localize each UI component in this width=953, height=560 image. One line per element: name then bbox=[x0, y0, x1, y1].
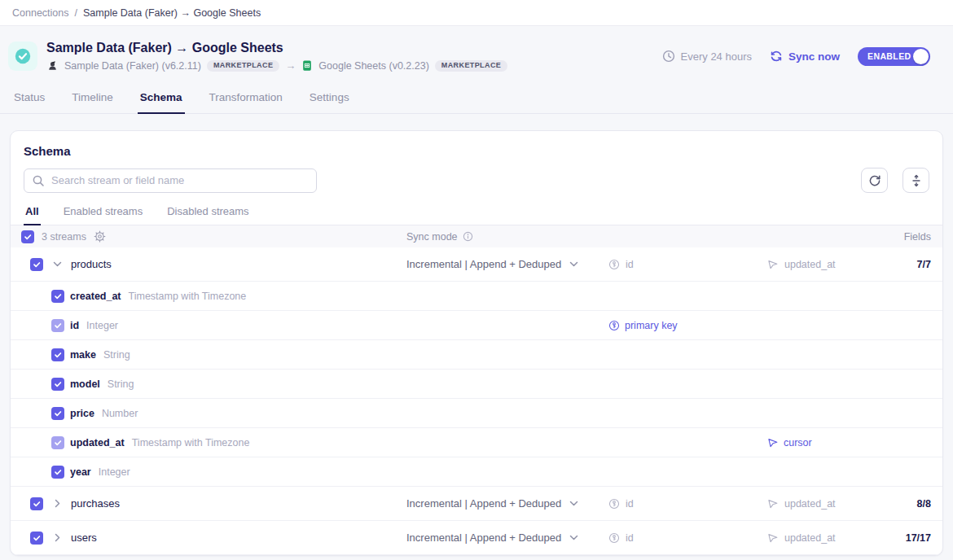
source-icon bbox=[46, 59, 59, 72]
expand-collapse-all-button[interactable] bbox=[902, 168, 929, 193]
cursor-icon bbox=[767, 437, 779, 448]
fields-count: 17/17 bbox=[898, 532, 931, 544]
schema-search bbox=[24, 168, 317, 193]
connection-title: Sample Data (Faker) → Google Sheets bbox=[46, 41, 507, 55]
stream-checkbox[interactable] bbox=[30, 258, 43, 271]
sync-mode-select[interactable]: Incremental | Append + Deduped bbox=[406, 258, 608, 270]
refresh-schema-button[interactable] bbox=[861, 168, 888, 193]
sync-mode-info-icon[interactable] bbox=[463, 231, 473, 242]
field-name: price bbox=[70, 408, 94, 419]
sync-mode-value: Incremental | Append + Deduped bbox=[406, 532, 561, 544]
source-to-destination-arrow: → bbox=[285, 59, 296, 72]
connection-titles: Sample Data (Faker) → Google Sheets Samp… bbox=[46, 41, 507, 72]
field-name: year bbox=[70, 466, 91, 478]
sync-now-label: Sync now bbox=[788, 50, 840, 63]
tab-schema[interactable]: Schema bbox=[138, 85, 185, 114]
streams-count: 3 streams bbox=[42, 231, 86, 243]
cursor-cell[interactable]: updated_at bbox=[767, 259, 898, 270]
cursor-value: updated_at bbox=[784, 532, 836, 544]
stream-checkbox[interactable] bbox=[30, 497, 43, 510]
chevron-down-icon bbox=[569, 535, 578, 540]
field-type: String bbox=[103, 349, 130, 361]
sync-mode-select[interactable]: Incremental | Append + Deduped bbox=[406, 532, 608, 544]
primary-key-tag-label: primary key bbox=[625, 320, 678, 331]
field-row-created_at: created_atTimestamp with Timezone bbox=[11, 282, 942, 311]
stream-name[interactable]: products bbox=[71, 258, 112, 270]
field-checkbox-disabled bbox=[51, 319, 64, 332]
key-icon bbox=[608, 259, 620, 270]
sync-arrows-icon bbox=[770, 50, 783, 63]
sync-now-button[interactable]: Sync now bbox=[770, 50, 840, 63]
field-name: make bbox=[70, 349, 96, 361]
fields-count: 7/7 bbox=[898, 259, 931, 270]
cursor-tag-label: cursor bbox=[784, 437, 812, 448]
cursor-tag: cursor bbox=[767, 437, 898, 448]
schema-search-input[interactable] bbox=[24, 168, 317, 193]
cursor-icon bbox=[767, 498, 779, 510]
cursor-icon bbox=[767, 532, 779, 544]
connection-tabs: Status Timeline Schema Transformation Se… bbox=[0, 85, 953, 114]
stream-row-products: products Incremental | Append + Deduped … bbox=[11, 247, 942, 282]
chevron-down-icon[interactable] bbox=[51, 261, 63, 267]
chevron-right-icon[interactable] bbox=[51, 499, 63, 508]
key-icon bbox=[608, 532, 620, 544]
select-all-streams-checkbox[interactable] bbox=[21, 230, 34, 243]
connection-enabled-toggle[interactable]: ENABLED bbox=[858, 47, 930, 66]
field-checkbox-disabled bbox=[51, 436, 64, 449]
key-icon bbox=[608, 498, 620, 510]
tab-timeline[interactable]: Timeline bbox=[69, 85, 116, 113]
stream-row-users: users Incremental | Append + Deduped id … bbox=[11, 521, 942, 555]
source-name: Sample Data (Faker) (v6.2.11) bbox=[64, 60, 201, 72]
connection-header: Sample Data (Faker) → Google Sheets Samp… bbox=[0, 26, 953, 72]
stream-name[interactable]: purchases bbox=[71, 497, 120, 510]
tab-settings[interactable]: Settings bbox=[307, 85, 352, 113]
breadcrumb-separator: / bbox=[75, 7, 77, 19]
field-checkbox[interactable] bbox=[51, 466, 64, 479]
fields-column-header: Fields bbox=[898, 231, 931, 243]
primary-key-cell[interactable]: id bbox=[608, 259, 767, 270]
field-row-model: modelString bbox=[11, 370, 942, 399]
stream-name[interactable]: users bbox=[71, 532, 97, 544]
field-checkbox[interactable] bbox=[51, 407, 64, 420]
chevron-down-icon bbox=[569, 261, 578, 267]
schema-card-title: Schema bbox=[24, 144, 929, 158]
filter-tab-disabled[interactable]: Disabled streams bbox=[165, 205, 250, 225]
filter-tab-all[interactable]: All bbox=[24, 205, 41, 225]
enabled-toggle-label: ENABLED bbox=[858, 51, 911, 61]
destination-marketplace-badge: MARKETPLACE bbox=[435, 60, 507, 72]
breadcrumb-current: Sample Data (Faker) → Google Sheets bbox=[83, 7, 261, 19]
sync-mode-select[interactable]: Incremental | Append + Deduped bbox=[406, 497, 608, 510]
field-name: id bbox=[70, 320, 79, 331]
sync-mode-header-label: Sync mode bbox=[406, 231, 458, 243]
primary-key-cell[interactable]: id bbox=[608, 532, 767, 544]
field-checkbox[interactable] bbox=[51, 290, 64, 303]
primary-key-value: id bbox=[626, 259, 634, 270]
primary-key-cell[interactable]: id bbox=[608, 498, 767, 510]
search-icon bbox=[32, 174, 45, 187]
streams-settings-gear-icon[interactable] bbox=[94, 230, 106, 243]
field-checkbox[interactable] bbox=[51, 378, 64, 391]
field-name: created_at bbox=[70, 291, 121, 302]
breadcrumb-connections-link[interactable]: Connections bbox=[12, 7, 69, 19]
field-name: updated_at bbox=[70, 437, 125, 448]
chevron-right-icon[interactable] bbox=[51, 533, 63, 542]
stream-checkbox[interactable] bbox=[30, 532, 43, 545]
tab-status[interactable]: Status bbox=[11, 85, 47, 113]
field-name: model bbox=[70, 378, 100, 390]
field-type: Timestamp with Timezone bbox=[132, 437, 250, 448]
clock-icon bbox=[662, 50, 675, 63]
field-row-id: idInteger primary key bbox=[11, 311, 942, 340]
cursor-cell[interactable]: updated_at bbox=[767, 498, 898, 510]
destination-name: Google Sheets (v0.2.23) bbox=[318, 60, 429, 72]
chevron-down-icon bbox=[569, 501, 578, 506]
field-type: Integer bbox=[99, 466, 130, 478]
key-icon bbox=[608, 320, 620, 331]
field-checkbox[interactable] bbox=[51, 348, 64, 361]
field-row-make: makeString bbox=[11, 340, 942, 370]
primary-key-tag: primary key bbox=[608, 320, 767, 331]
cursor-icon bbox=[767, 259, 779, 270]
tab-transformation[interactable]: Transformation bbox=[207, 85, 285, 113]
breadcrumb: Connections / Sample Data (Faker) → Goog… bbox=[0, 0, 953, 26]
cursor-cell[interactable]: updated_at bbox=[767, 532, 898, 544]
filter-tab-enabled[interactable]: Enabled streams bbox=[62, 205, 145, 225]
